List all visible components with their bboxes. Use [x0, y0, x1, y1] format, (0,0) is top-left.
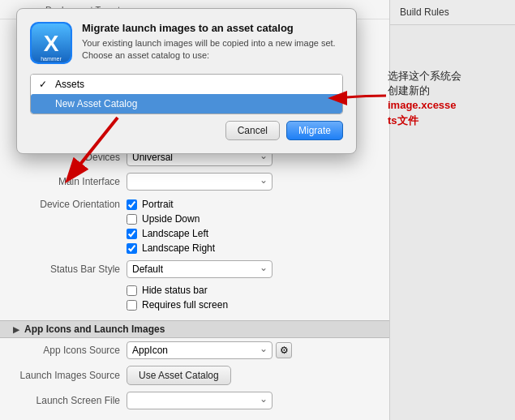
svg-text:hammer: hammer — [41, 56, 62, 62]
upsidedown-checkbox[interactable] — [127, 214, 137, 225]
portrait-checkbox[interactable] — [127, 199, 137, 210]
build-rules-header: Build Rules — [390, 0, 515, 25]
app-icons-source-row: App Icons Source AppIcon ⚙ — [0, 338, 389, 362]
app-icons-source-select[interactable]: AppIcon — [127, 341, 273, 359]
check-icon: ✓ — [39, 79, 50, 90]
main-interface-select[interactable] — [127, 173, 273, 191]
requires-full-screen-label: Requires full screen — [142, 299, 228, 311]
landscape-right-label: Landscape Right — [142, 242, 215, 254]
requires-full-screen-checkbox[interactable] — [127, 300, 137, 311]
cancel-button[interactable]: Cancel — [225, 121, 280, 140]
status-bar-style-select-wrapper: Default Light Content Dark Content — [127, 260, 273, 278]
app-icons-gear-button[interactable]: ⚙ — [276, 342, 292, 358]
orientation-upsidedown[interactable]: Upside Down — [127, 213, 376, 225]
orientation-portrait[interactable]: Portrait — [127, 199, 376, 210]
app-icons-source-label: App Icons Source — [13, 345, 127, 356]
annotation-line3: image.xcesse — [388, 98, 513, 113]
annotation-line2: 创建新的 — [388, 84, 513, 98]
main-interface-label: Main Interface — [13, 176, 127, 187]
status-bar-style-label: Status Bar Style — [13, 264, 127, 275]
launch-screen-file-label: Launch Screen File — [13, 395, 127, 406]
modal-buttons: Cancel Migrate — [30, 121, 343, 140]
launch-images-source-control: Use Asset Catalog — [127, 366, 376, 385]
annotation-line1: 选择这个系统会 — [388, 69, 513, 84]
app-icons-section-header: ▶ App Icons and Launch Images — [0, 320, 389, 338]
assets-option-label: Assets — [55, 79, 84, 90]
orientation-landscape-left[interactable]: Landscape Left — [127, 228, 376, 239]
main-interface-select-wrapper — [127, 173, 273, 191]
launch-images-source-row: Launch Images Source Use Asset Catalog — [0, 362, 389, 388]
use-asset-catalog-button[interactable]: Use Asset Catalog — [127, 366, 231, 385]
section-triangle-icon: ▶ — [13, 325, 19, 334]
new-asset-catalog-option[interactable]: New Asset Catalog — [31, 94, 342, 114]
launch-screen-file-control — [127, 392, 376, 409]
requires-full-screen-item[interactable]: Requires full screen — [127, 299, 376, 311]
hide-status-bar-checkbox[interactable] — [127, 285, 137, 296]
main-interface-control — [127, 173, 376, 191]
modal-text-block: Migrate launch images to an asset catalo… — [82, 22, 343, 62]
modal-title: Migrate launch images to an asset catalo… — [82, 22, 343, 34]
migrate-button[interactable]: Migrate — [286, 121, 343, 140]
orientation-landscape-right[interactable]: Landscape Right — [127, 242, 376, 254]
status-bar-style-control: Default Light Content Dark Content — [127, 260, 376, 278]
device-orientation-label: Device Orientation — [13, 199, 127, 210]
device-orientation-row: Device Orientation Portrait Upside Down … — [0, 194, 389, 257]
xcode-icon: X hammer — [30, 22, 72, 64]
hide-status-bar-label: Hide status bar — [142, 285, 208, 296]
app-icons-source-control: AppIcon ⚙ — [127, 341, 376, 359]
new-asset-catalog-label: New Asset Catalog — [55, 98, 137, 109]
status-bar-options-control: Hide status bar Requires full screen — [127, 285, 376, 311]
assets-option[interactable]: ✓ Assets — [31, 75, 342, 94]
main-interface-row: Main Interface — [0, 169, 389, 194]
modal-box: X hammer Migrate launch images to an ass… — [16, 8, 357, 154]
launch-screen-file-row: Launch Screen File — [0, 388, 389, 413]
app-icons-source-select-wrapper: AppIcon — [127, 341, 273, 359]
modal-overlay: X hammer Migrate launch images to an ass… — [0, 0, 389, 122]
status-bar-options-row: Hide status bar Requires full screen — [0, 281, 389, 314]
status-bar-style-select[interactable]: Default Light Content Dark Content — [127, 260, 273, 278]
modal-header: X hammer Migrate launch images to an ass… — [30, 22, 343, 64]
annotation-line4: ts文件 — [388, 114, 513, 128]
landscape-left-checkbox[interactable] — [127, 229, 137, 239]
portrait-label: Portrait — [142, 199, 174, 210]
right-panel: Build Rules — [389, 0, 515, 420]
launch-screen-file-select[interactable] — [127, 392, 273, 409]
landscape-right-checkbox[interactable] — [127, 243, 137, 254]
svg-text:X: X — [44, 31, 59, 56]
annotation-block: 选择这个系统会 创建新的 image.xcesse ts文件 — [388, 69, 513, 128]
assets-dropdown[interactable]: ✓ Assets New Asset Catalog — [30, 74, 343, 114]
settings-area: Devices Universal iPhone iPad Main Inter… — [0, 145, 389, 413]
landscape-left-label: Landscape Left — [142, 228, 208, 239]
status-bar-style-row: Status Bar Style Default Light Content D… — [0, 257, 389, 281]
modal-description: Your existing launch images will be copi… — [82, 37, 343, 62]
device-orientation-control: Portrait Upside Down Landscape Left Land… — [127, 199, 376, 254]
launch-images-source-label: Launch Images Source — [13, 370, 127, 381]
upsidedown-label: Upside Down — [142, 213, 200, 225]
hide-status-bar-item[interactable]: Hide status bar — [127, 285, 376, 296]
section-header-label: App Icons and Launch Images — [24, 324, 165, 335]
launch-screen-file-select-wrapper — [127, 392, 273, 409]
